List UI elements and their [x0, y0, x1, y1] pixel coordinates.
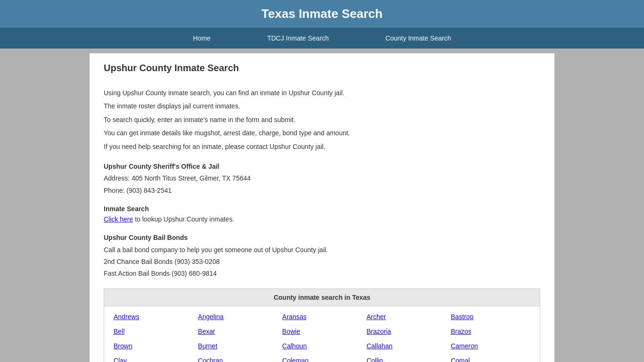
bail-bond-1: 2nd Chance Bail Bonds (903) 353-0208: [104, 256, 540, 267]
county-link[interactable]: Callahan: [366, 340, 446, 352]
sheriff-phone: Phone: (903) 843-2541: [104, 185, 540, 196]
click-here-link[interactable]: Click here: [104, 215, 133, 223]
nav-county[interactable]: County Inmate Search: [357, 28, 479, 49]
county-link[interactable]: Aransas: [282, 311, 362, 323]
intro-line-1: Using Upshur County inmate search, you c…: [104, 88, 540, 98]
page-title: Upshur County Inmate Search: [104, 63, 540, 74]
county-link[interactable]: Andrews: [114, 311, 193, 323]
county-link[interactable]: Bell: [114, 326, 193, 337]
sheriff-section: Upshur County Sheriff's Office & Jail Ad…: [104, 161, 540, 196]
sheriff-title: Upshur County Sheriff's Office & Jail: [104, 161, 540, 172]
county-table: County inmate search in Texas AndrewsAng…: [104, 288, 540, 362]
bail-bonds-title: Upshur County Bail Bonds: [104, 232, 540, 243]
county-link[interactable]: Comal: [451, 355, 530, 362]
county-link[interactable]: Coleman: [282, 355, 362, 362]
county-link[interactable]: Bowie: [282, 326, 362, 337]
inmate-search-title: Inmate Search: [104, 205, 540, 213]
county-link[interactable]: Bastrop: [451, 311, 530, 323]
site-header: Texas Inmate Search: [0, 0, 644, 28]
inmate-search-text: Click here to lookup Upshur County inmat…: [104, 215, 540, 223]
county-link[interactable]: Angelina: [198, 311, 278, 323]
inmate-search-section: Inmate Search Click here to lookup Upshu…: [104, 205, 540, 223]
sheriff-address: Address: 405 North Titus Street, Gilmer,…: [104, 173, 540, 183]
bail-bonds-section: Upshur County Bail Bonds Call a bail bon…: [104, 232, 540, 279]
county-link[interactable]: Brazos: [451, 326, 530, 337]
lookup-text: to lookup Upshur County inmates.: [133, 215, 234, 223]
county-link[interactable]: Burnet: [198, 340, 278, 352]
nav-home[interactable]: Home: [165, 28, 239, 49]
nav-tdcj[interactable]: TDCJ Inmate Search: [239, 28, 357, 49]
intro-line-5: If you need help searching for an inmate…: [104, 141, 540, 152]
county-link[interactable]: Collin: [366, 355, 446, 362]
county-link[interactable]: Cameron: [451, 340, 530, 352]
intro-line-2: The inmate roster displays jail current …: [104, 101, 540, 111]
site-title: Texas Inmate Search: [0, 7, 644, 21]
county-table-header: County inmate search in Texas: [104, 289, 540, 306]
county-link[interactable]: Cochran: [198, 355, 278, 362]
phone-label: Phone: (903) 843-2541: [104, 187, 172, 194]
county-link[interactable]: Archer: [366, 311, 446, 323]
bail-bonds-desc: Call a bail bond company to help you get…: [104, 245, 540, 255]
county-grid: AndrewsAngelinaAransasArcherBastropBellB…: [104, 306, 540, 362]
county-link[interactable]: Brazoria: [366, 326, 446, 337]
county-link[interactable]: Clay: [114, 355, 193, 362]
county-link[interactable]: Calhoun: [282, 340, 362, 352]
county-link[interactable]: Brown: [114, 340, 193, 352]
bail-bond-2: Fast Action Bail Bonds (903) 680-9814: [104, 268, 540, 279]
navigation: Home TDCJ Inmate Search County Inmate Se…: [0, 28, 644, 49]
intro-line-3: To search quickly, enter an inmate's nam…: [104, 115, 540, 125]
intro-line-4: You can get inmate details like mugshot,…: [104, 128, 540, 138]
county-link[interactable]: Bexar: [198, 326, 278, 337]
intro-section: Using Upshur County inmate search, you c…: [104, 88, 540, 152]
